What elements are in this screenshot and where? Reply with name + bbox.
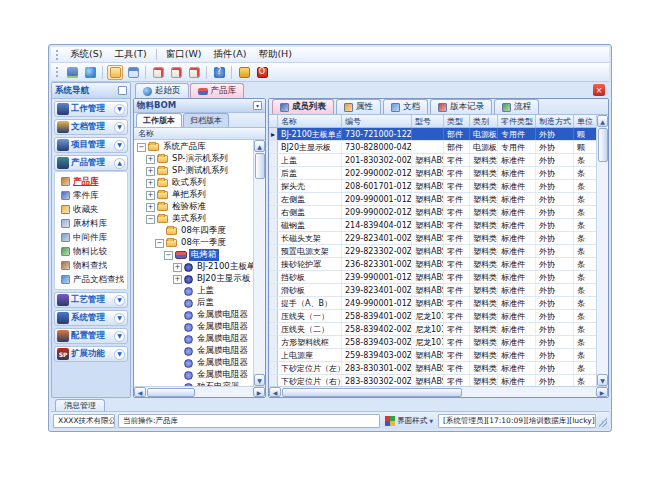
menu-item[interactable]: 窗口(W)	[160, 47, 208, 62]
collapse-icon[interactable]: −	[137, 143, 146, 152]
expand-icon[interactable]: +	[146, 203, 155, 212]
table-row[interactable]: 上盖201-830302-00Z塑料ABS零件塑料类标准件外协条	[269, 154, 596, 167]
bom-tab-归档版本[interactable]: 归档版本	[183, 113, 229, 127]
scroll-left-icon[interactable]: ◀	[269, 387, 281, 397]
tree-node-美式系列[interactable]: −美式系列	[134, 213, 253, 225]
sidebar-section-工作管理[interactable]: 工作管理▼	[54, 101, 128, 117]
sidebar-section-扩展功能[interactable]: SP扩展功能▼	[54, 346, 128, 362]
toolbar-button-open-folder-icon[interactable]	[107, 65, 123, 80]
table-row[interactable]: 上电源座259-839403-00Z塑料ABS零件塑料类标准件外协条	[269, 349, 596, 362]
column-header-类别[interactable]: 类别	[470, 115, 498, 127]
column-header-制造方式[interactable]: 制造方式	[536, 115, 574, 127]
resize-grip[interactable]	[599, 415, 607, 427]
scroll-left-icon[interactable]: ◀	[134, 387, 146, 397]
table-row[interactable]: 预置电源支架229-823302-00Z塑料ABS零件塑料类标准件外协条	[269, 245, 596, 258]
row-selector[interactable]	[269, 323, 278, 335]
document-tab-起始页[interactable]: 起始页	[135, 83, 189, 98]
row-selector[interactable]	[269, 258, 278, 270]
sidebar-section-系统管理[interactable]: 系统管理▼	[54, 310, 128, 326]
tree-node-电烤箱[interactable]: −电烤箱	[134, 249, 253, 261]
table-row[interactable]: 下砂定位片（右）283-830302-00Z塑料ABS零件塑料类标准件外协条	[269, 375, 596, 386]
tree-scroll-thumb[interactable]	[255, 153, 265, 179]
sidebar-section-工艺管理[interactable]: 工艺管理▼	[54, 292, 128, 308]
toolbar-button-lock-icon[interactable]	[236, 65, 252, 80]
sidebar-item-收藏夹[interactable]: 收藏夹	[61, 203, 127, 216]
close-tab-icon[interactable]: ×	[593, 84, 605, 96]
tree-node-08年一季度[interactable]: −08年一季度	[134, 237, 253, 249]
table-row[interactable]: 左侧盖209-990001-01Z塑料ABS零件塑料类标准件外协条	[269, 193, 596, 206]
tree-node-金属膜电阻器[interactable]: 金属膜电阻器	[134, 345, 253, 357]
scroll-down-icon[interactable]: ▼	[254, 374, 265, 386]
expand-icon[interactable]: +	[173, 275, 182, 284]
tree-node-检验标准[interactable]: +检验标准	[134, 201, 253, 213]
menu-item[interactable]: 插件(A)	[207, 47, 252, 62]
expand-icon[interactable]: +	[146, 167, 155, 176]
column-header-零件类型[interactable]: 零件类型	[498, 115, 536, 127]
tree-vertical-scrollbar[interactable]: ▲ ▼	[253, 140, 265, 386]
row-selector[interactable]: ▸	[269, 128, 278, 140]
row-selector[interactable]	[269, 180, 278, 192]
table-hscroll-thumb[interactable]	[282, 388, 462, 397]
sidebar-panel-button[interactable]	[118, 86, 127, 95]
chevron-down-icon[interactable]: ▼	[114, 349, 125, 360]
document-tab-产品库[interactable]: 产品库	[190, 83, 245, 98]
column-header-类型[interactable]: 类型	[444, 115, 470, 127]
toolbar-button-workspace-icon[interactable]	[64, 65, 80, 80]
column-header-名称[interactable]: 名称	[278, 115, 342, 127]
sidebar-item-零件库[interactable]: 零件库	[61, 189, 127, 202]
member-tab-属性[interactable]: 属性	[336, 99, 381, 114]
table-row[interactable]: 磁钢盖214-839404-01Z塑料ABS零件塑料类标准件外协条	[269, 219, 596, 232]
chevron-down-icon[interactable]: ▼	[114, 313, 125, 324]
chevron-down-icon[interactable]: ▼	[114, 104, 125, 115]
table-row[interactable]: 方形塑料线框258-839403-00Z尼龙1010零件塑料类标准件外协条	[269, 336, 596, 349]
tree-node-金属膜电阻器[interactable]: 金属膜电阻器	[134, 357, 253, 369]
tree-node-金属膜电阻器[interactable]: 金属膜电阻器	[134, 333, 253, 345]
menu-item[interactable]: 帮助(H)	[252, 47, 298, 62]
row-selector[interactable]	[269, 206, 278, 218]
table-row[interactable]: 接砂轮护罩236-823301-00Z塑料ABS零件塑料类标准件外协条	[269, 258, 596, 271]
sidebar-section-项目管理[interactable]: 项目管理▼	[54, 137, 128, 153]
table-row[interactable]: 压线夹（二）258-839402-00Z尼龙1010零件塑料类标准件外协条	[269, 323, 596, 336]
sidebar-item-产品文档查找[interactable]: 产品文档查找	[61, 273, 127, 286]
ui-style-picker[interactable]: 界面样式 ▼	[383, 416, 435, 426]
member-tab-文档[interactable]: 文档	[383, 99, 428, 114]
row-selector[interactable]	[269, 349, 278, 361]
table-scroll-thumb[interactable]	[598, 128, 608, 162]
row-selector[interactable]	[269, 271, 278, 283]
tree-hscroll-thumb[interactable]	[147, 388, 195, 397]
table-vertical-scrollbar[interactable]: ▲ ▼	[596, 115, 608, 386]
sidebar-item-物料比较[interactable]: 物料比较	[61, 245, 127, 258]
tree-node-08年四季度[interactable]: 08年四季度	[134, 225, 253, 237]
tree-node-系统产品库[interactable]: −系统产品库	[134, 141, 253, 153]
tree-node-金属膜电阻器[interactable]: 金属膜电阻器	[134, 321, 253, 333]
tree-horizontal-scrollbar[interactable]: ◀ ▶	[134, 386, 265, 397]
tree-column-header[interactable]: 名称	[134, 128, 265, 140]
menu-item[interactable]: 工具(T)	[108, 47, 152, 62]
row-selector[interactable]	[269, 219, 278, 231]
tree-node-单把系列[interactable]: +单把系列	[134, 189, 253, 201]
table-row[interactable]: 滑砂板239-823401-00Z塑料ABS零件塑料类标准件外协条	[269, 284, 596, 297]
row-selector[interactable]	[269, 141, 278, 153]
toolbar-button-exit-icon[interactable]: O	[254, 65, 270, 80]
chevron-down-icon[interactable]: ▼	[114, 331, 125, 342]
message-manager-tab[interactable]: 消息管理	[55, 399, 105, 411]
expand-icon[interactable]: +	[173, 263, 182, 272]
row-selector[interactable]	[269, 245, 278, 257]
member-tab-流程[interactable]: 流程	[494, 99, 539, 114]
table-row[interactable]: 长磁头支架229-823401-00Z塑料ABS零件塑料类标准件外协条	[269, 232, 596, 245]
chevron-down-icon[interactable]: ▼	[114, 295, 125, 306]
expand-icon[interactable]: +	[146, 155, 155, 164]
collapse-icon[interactable]: −	[146, 215, 155, 224]
table-row[interactable]: 下砂定位片（左）283-830301-00Z塑料ABS零件塑料类标准件外协条	[269, 362, 596, 375]
tree-node-欧式系列[interactable]: +欧式系列	[134, 177, 253, 189]
table-row[interactable]: 后盖202-990002-01Z塑料ABS零件塑料类标准件外协条	[269, 167, 596, 180]
toolbar-grip[interactable]	[56, 67, 59, 77]
row-selector[interactable]	[269, 310, 278, 322]
bom-tab-工作版本[interactable]: 工作版本	[136, 113, 182, 127]
sidebar-item-产品库[interactable]: 产品库	[61, 175, 127, 188]
toolbar-button-help-icon[interactable]: ?	[211, 65, 227, 80]
sidebar-section-产品管理[interactable]: 产品管理▲	[54, 155, 128, 171]
bom-panel-menu-button[interactable]: ▾	[253, 101, 262, 110]
sidebar-item-中间件库[interactable]: 中间件库	[61, 231, 127, 244]
tree-node-BJ-2100主板单点[interactable]: +BJ-2100主板单点	[134, 261, 253, 273]
